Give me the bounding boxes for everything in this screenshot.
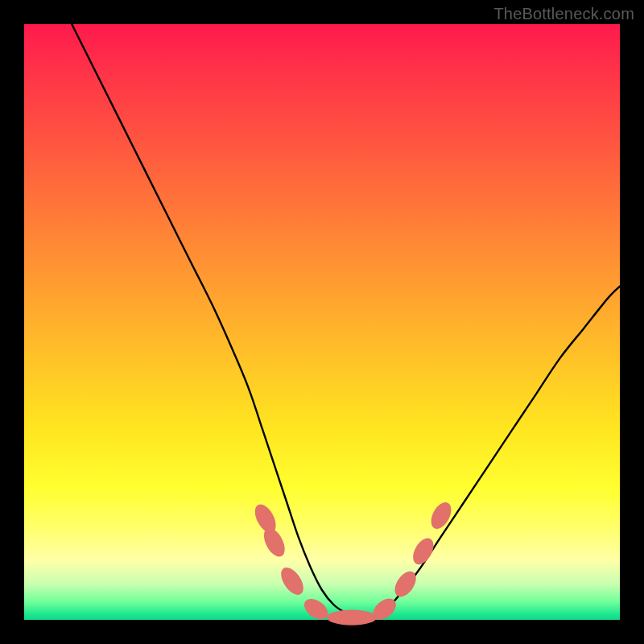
bottleneck-curve bbox=[72, 24, 620, 617]
watermark-text: TheBottleneck.com bbox=[493, 5, 634, 23]
bottleneck-curve-svg bbox=[24, 24, 620, 620]
curve-marker bbox=[409, 535, 438, 568]
curve-marker bbox=[427, 499, 456, 532]
curve-markers bbox=[251, 499, 456, 625]
chart-frame: TheBottleneck.com bbox=[0, 0, 644, 644]
curve-marker bbox=[390, 568, 420, 601]
curve-marker bbox=[300, 595, 332, 624]
curve-marker bbox=[277, 564, 308, 598]
plot-area bbox=[24, 24, 620, 620]
curve-marker bbox=[327, 609, 377, 625]
